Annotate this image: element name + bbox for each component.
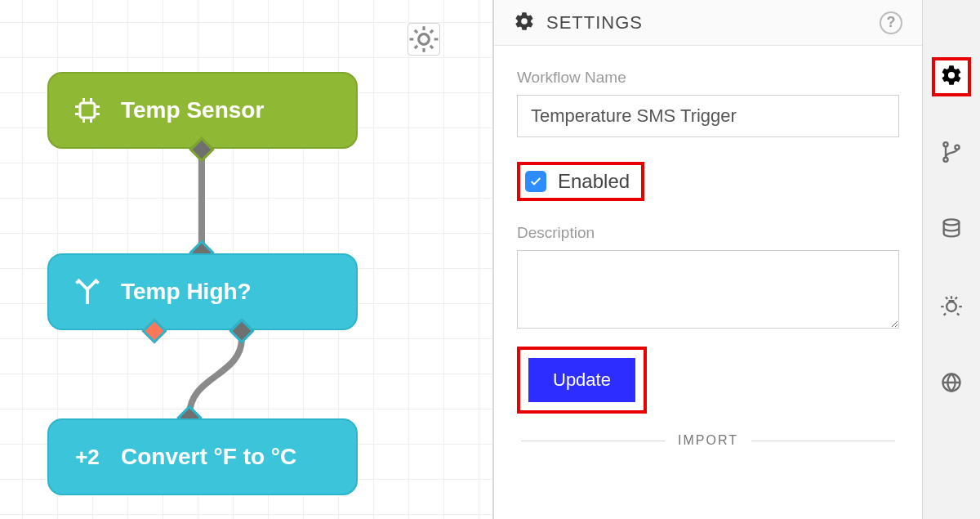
settings-panel: SETTINGS ? Workflow Name Enabled Descrip… <box>493 0 922 519</box>
bug-icon <box>940 294 963 320</box>
workflow-canvas[interactable]: Temp Sensor Temp High? +2 Convert °F to … <box>0 0 493 519</box>
chip-icon <box>72 95 103 126</box>
math-icon: +2 <box>72 445 103 470</box>
svg-point-6 <box>947 302 956 311</box>
rail-versions-button[interactable] <box>932 134 971 173</box>
rail-globals-button[interactable] <box>932 365 971 404</box>
database-icon <box>940 217 963 244</box>
gear-icon <box>940 64 963 90</box>
panel-title: SETTINGS <box>546 12 643 34</box>
globe-icon <box>940 371 963 397</box>
rail-debug-button[interactable] <box>932 288 971 327</box>
update-button[interactable]: Update <box>528 358 635 402</box>
gear-icon <box>514 11 535 35</box>
import-divider: IMPORT <box>517 433 899 448</box>
svg-point-2 <box>943 142 947 146</box>
node-label: Convert °F to °C <box>121 444 296 470</box>
side-rail <box>922 0 980 519</box>
update-highlight: Update <box>517 347 647 414</box>
enabled-label: Enabled <box>558 170 630 193</box>
description-label: Description <box>517 224 899 242</box>
svg-rect-1 <box>80 103 95 118</box>
settings-header: SETTINGS ? <box>494 0 922 46</box>
svg-point-0 <box>419 34 430 45</box>
svg-point-4 <box>955 145 959 150</box>
node-label: Temp Sensor <box>121 97 264 123</box>
node-label: Temp High? <box>121 279 252 305</box>
rail-settings-button[interactable] <box>932 57 971 96</box>
enabled-checkbox[interactable] <box>525 171 546 192</box>
node-temp-high[interactable]: Temp High? <box>47 253 358 330</box>
enabled-highlight: Enabled <box>517 162 644 201</box>
rail-storage-button[interactable] <box>932 211 971 250</box>
branch-icon <box>72 276 103 307</box>
svg-point-5 <box>944 219 960 225</box>
import-label: IMPORT <box>678 433 738 448</box>
help-button[interactable]: ? <box>880 11 902 34</box>
workflow-name-label: Workflow Name <box>517 69 899 87</box>
description-textarea[interactable] <box>517 250 899 329</box>
workflow-name-input[interactable] <box>517 95 899 137</box>
debug-button[interactable] <box>408 23 440 56</box>
node-convert[interactable]: +2 Convert °F to °C <box>47 418 358 495</box>
git-branch-icon <box>940 141 963 167</box>
svg-point-3 <box>943 158 947 162</box>
